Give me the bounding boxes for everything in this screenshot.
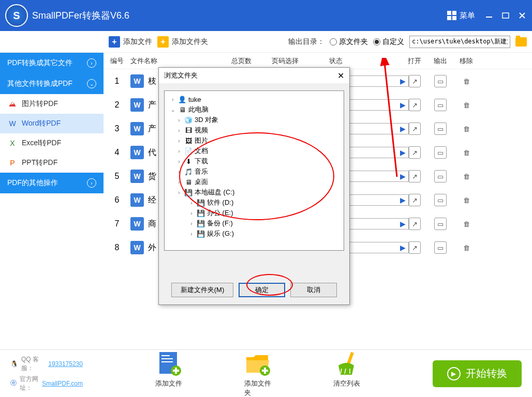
add-file-button[interactable]: + 添加文件: [109, 36, 152, 48]
tree-item[interactable]: ›🖼图片: [167, 135, 342, 146]
remove-button[interactable]: 🗑: [460, 241, 472, 254]
add-folder-icon: [244, 350, 271, 377]
sidebar-item-img-to-pdf[interactable]: ⛰ 图片转PDF: [0, 94, 104, 114]
new-folder-button[interactable]: 新建文件夹(M): [171, 283, 233, 297]
tree-expand-icon[interactable]: ›: [176, 169, 182, 175]
add-file-big-button[interactable]: 添加文件: [155, 350, 182, 398]
tree-item[interactable]: ›💾娱乐 (G:): [167, 228, 342, 239]
ok-button[interactable]: 确定: [239, 283, 285, 297]
tree-item[interactable]: ›🖥桌面: [167, 177, 342, 187]
add-folder-big-button[interactable]: 添加文件夹: [244, 350, 271, 398]
tree-expand-icon[interactable]: ›: [170, 97, 176, 102]
tree-expand-icon[interactable]: ›: [188, 200, 195, 206]
menu-button[interactable]: 菜单: [447, 11, 475, 21]
tree-expand-icon[interactable]: ›: [188, 221, 195, 226]
minimize-button[interactable]: [484, 11, 494, 20]
svg-rect-14: [347, 352, 354, 364]
open-button[interactable]: ↗: [408, 218, 421, 230]
app-logo: S: [5, 4, 28, 27]
tree-item[interactable]: ›💾软件 (D:): [167, 197, 342, 208]
tree-expand-icon[interactable]: ›: [176, 159, 182, 164]
open-button[interactable]: ↗: [408, 241, 421, 254]
sidebar-item-word-to-pdf[interactable]: W Word转PDF: [0, 114, 104, 133]
reel-icon: 🎞: [184, 127, 193, 134]
sidebar-item-excel-to-pdf[interactable]: X Excel转PDF: [0, 133, 104, 153]
output-button[interactable]: ▭: [434, 99, 447, 111]
tree-expand-icon[interactable]: ›: [176, 128, 182, 133]
play-icon: ▶: [400, 148, 406, 157]
remove-button[interactable]: 🗑: [460, 99, 472, 111]
row-num: 4: [107, 148, 127, 157]
tree-item[interactable]: ›💾办公 (E:): [167, 208, 342, 218]
remove-button[interactable]: 🗑: [460, 75, 472, 87]
tree-expand-icon[interactable]: ›: [176, 190, 182, 195]
tree-label: 此电脑: [188, 105, 209, 114]
remove-button[interactable]: 🗑: [460, 194, 472, 206]
sidebar-group-pdf-other-ops[interactable]: PDF的其他操作 ›: [0, 173, 104, 193]
output-button[interactable]: ▭: [434, 146, 447, 159]
tree-label: 本地磁盘 (C:): [195, 188, 234, 197]
cancel-button[interactable]: 取消: [290, 283, 337, 297]
browse-folder-button[interactable]: [515, 37, 527, 47]
col-status: 状态: [308, 56, 402, 66]
remove-button[interactable]: 🗑: [460, 218, 472, 230]
radio-custom-folder[interactable]: 自定义: [373, 37, 404, 47]
play-icon: ▶: [400, 220, 406, 228]
dialog-close-button[interactable]: ✕: [337, 71, 344, 81]
output-button[interactable]: ▭: [434, 123, 447, 135]
play-icon: ▶: [400, 77, 406, 85]
output-button[interactable]: ▭: [434, 194, 447, 206]
tree-item[interactable]: ›👤tuke: [167, 94, 342, 104]
clear-list-big-button[interactable]: 清空列表: [333, 350, 360, 398]
output-button[interactable]: ▭: [434, 218, 447, 230]
start-convert-button[interactable]: ▶ 开始转换: [433, 360, 522, 387]
tree-expand-icon[interactable]: ›: [176, 138, 182, 144]
tree-item[interactable]: ›🎵音乐: [167, 166, 342, 177]
open-button[interactable]: ↗: [408, 146, 421, 159]
open-button[interactable]: ↗: [408, 123, 421, 135]
output-path-input[interactable]: [409, 36, 510, 48]
output-button[interactable]: ▭: [434, 170, 447, 182]
tree-expand-icon[interactable]: ›: [176, 117, 182, 123]
svg-rect-5: [161, 355, 170, 356]
support-info: 🐧 QQ 客服： 1933175230 ⓔ 官方网址： SmallPDF.com: [10, 355, 83, 392]
output-button[interactable]: ▭: [434, 75, 447, 87]
sidebar-group-pdf-to-other[interactable]: PDF转换成其它文件 ›: [0, 53, 104, 73]
tree-item[interactable]: ›📄文档: [167, 146, 342, 156]
desk-icon: 🖥: [184, 178, 193, 186]
maximize-button[interactable]: [501, 11, 510, 20]
tree-item[interactable]: ›🧊3D 对象: [167, 115, 342, 125]
open-button[interactable]: ↗: [408, 170, 421, 182]
tree-item[interactable]: ›🎞视频: [167, 125, 342, 135]
chevron-down-icon: ⌄: [87, 79, 96, 88]
add-folder-button[interactable]: + 添加文件夹: [157, 36, 208, 48]
open-button[interactable]: ↗: [408, 194, 421, 206]
col-num: 编号: [107, 56, 127, 66]
output-button[interactable]: ▭: [434, 241, 447, 254]
tree-expand-icon[interactable]: ⌄: [170, 107, 176, 113]
sidebar-group-other-to-pdf[interactable]: 其他文件转换成PDF ⌄: [0, 73, 104, 94]
site-link[interactable]: SmallPDF.com: [42, 380, 83, 387]
tree-item[interactable]: ›💾本地磁盘 (C:): [167, 187, 342, 197]
tree-item[interactable]: ›⬇下载: [167, 156, 342, 166]
close-button[interactable]: [518, 11, 527, 20]
remove-button[interactable]: 🗑: [460, 170, 472, 182]
open-button[interactable]: ↗: [408, 75, 421, 87]
radio-original-folder[interactable]: 原文件夹: [330, 37, 368, 47]
qq-link[interactable]: 1933175230: [48, 360, 83, 368]
remove-button[interactable]: 🗑: [460, 146, 472, 159]
tree-expand-icon[interactable]: ›: [188, 231, 195, 237]
globe-icon: ⓔ: [10, 379, 17, 388]
tree-item[interactable]: ›💾备份 (F:): [167, 218, 342, 228]
tree-expand-icon[interactable]: ›: [188, 210, 195, 216]
tree-item[interactable]: ⌄🖥此电脑: [167, 104, 342, 115]
svg-rect-7: [161, 361, 173, 362]
folder-tree[interactable]: ›👤tuke⌄🖥此电脑›🧊3D 对象›🎞视频›🖼图片›📄文档›⬇下载›🎵音乐›🖥…: [164, 90, 344, 251]
tree-expand-icon[interactable]: ›: [176, 179, 182, 185]
music-icon: 🎵: [184, 168, 193, 175]
broom-icon: [333, 350, 360, 377]
open-button[interactable]: ↗: [408, 99, 421, 111]
tree-expand-icon[interactable]: ›: [176, 148, 182, 154]
remove-button[interactable]: 🗑: [460, 123, 472, 135]
sidebar-item-ppt-to-pdf[interactable]: P PPT转PDF: [0, 153, 104, 173]
